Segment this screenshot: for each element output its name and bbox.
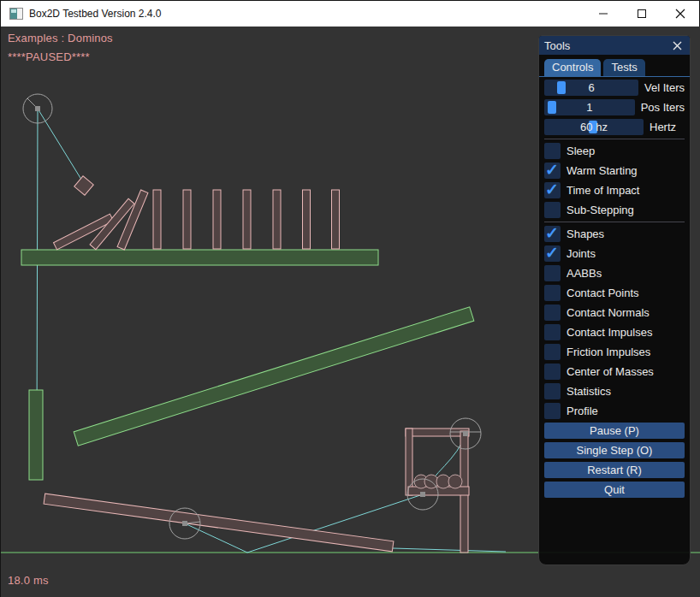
shapes-checkbox[interactable]: ✓ — [544, 226, 561, 242]
standing-domino-2[interactable] — [183, 190, 191, 249]
quit-button[interactable]: Quit — [544, 482, 685, 498]
slider-value: 1 — [544, 99, 635, 115]
checkbox-label: Friction Impulses — [567, 346, 650, 358]
checkbox-label: Joints — [567, 247, 596, 260]
checkbox-list: Sleep✓Warm Starting✓Time of ImpactSub-St… — [544, 143, 685, 419]
ball-4[interactable] — [448, 475, 462, 488]
hertz-slider[interactable]: 60 hz — [544, 119, 644, 135]
separator — [544, 222, 685, 222]
frame-time-label: 18.0 ms — [8, 574, 49, 587]
checkbox-row-shapes: ✓Shapes — [544, 226, 685, 242]
checkbox-label: Sleep — [567, 145, 595, 157]
slider-value: 6 — [544, 80, 638, 96]
checkbox-row-contact-impulses: Contact Impulses — [544, 324, 685, 340]
checkbox-label: Profile — [567, 405, 598, 417]
dominos-platform — [21, 250, 378, 265]
checkbox-row-statistics: Statistics — [544, 383, 685, 399]
close-icon — [675, 9, 685, 19]
checkbox-label: Contact Normals — [567, 306, 650, 319]
standing-domino-4[interactable] — [243, 190, 251, 249]
checkbox-label: Center of Masses — [567, 365, 654, 378]
checkbox-label: Contact Impulses — [567, 326, 652, 339]
checkbox-row-contact-points: Contact Points — [544, 285, 685, 301]
pendulum-bob[interactable] — [74, 176, 94, 196]
joint-anchor-marker — [182, 521, 187, 526]
contact-impulses-checkbox[interactable] — [544, 324, 561, 340]
app-window: Box2D Testbed Version 2.4.0 — [0, 0, 700, 597]
time-of-impact-checkbox[interactable]: ✓ — [544, 182, 561, 198]
seesaw-plank[interactable] — [44, 494, 394, 552]
tab-controls[interactable]: Controls — [544, 59, 601, 76]
slider-row-hertz: 60 hzHertz — [544, 119, 685, 135]
center-of-masses-checkbox[interactable] — [544, 364, 561, 380]
button-group: Pause (P)Single Step (O)Restart (R)Quit — [544, 423, 685, 498]
vel-iters-slider[interactable]: 6 — [544, 80, 638, 96]
aabbs-checkbox[interactable] — [544, 265, 561, 281]
tab-tests[interactable]: Tests — [603, 59, 644, 76]
tools-panel-close-button[interactable] — [670, 38, 685, 53]
frame-left-bar[interactable] — [406, 429, 412, 495]
standing-domino-5[interactable] — [273, 190, 281, 249]
checkbox-label: Shapes — [567, 228, 604, 240]
leaning-domino-3[interactable] — [117, 190, 148, 250]
minimize-button[interactable] — [584, 1, 622, 27]
friction-impulses-checkbox[interactable] — [544, 344, 561, 360]
slider-row-vel-iters: 6Vel Iters — [544, 80, 685, 96]
checkmark-icon: ✓ — [545, 243, 559, 263]
contact-normals-checkbox[interactable] — [544, 304, 561, 321]
standing-domino-7[interactable] — [332, 190, 340, 249]
statistics-checkbox[interactable] — [544, 383, 561, 399]
separator — [544, 139, 685, 139]
joint-anchor-marker — [463, 431, 468, 436]
checkbox-row-sleep: Sleep — [544, 143, 685, 159]
checkbox-row-aabbs: AABBs — [544, 265, 685, 281]
checkmark-icon: ✓ — [545, 223, 559, 243]
standing-domino-1[interactable] — [153, 190, 161, 249]
close-icon — [673, 41, 682, 50]
checkbox-row-contact-normals: Contact Normals — [544, 304, 685, 321]
checkbox-row-sub-stepping: Sub-Stepping — [544, 202, 685, 218]
checkbox-row-friction-impulses: Friction Impulses — [544, 344, 685, 360]
warm-starting-checkbox[interactable]: ✓ — [544, 163, 561, 179]
checkbox-row-warm-starting: ✓Warm Starting — [544, 163, 685, 179]
tools-panel-header[interactable]: Tools — [539, 36, 690, 55]
green-post — [29, 390, 43, 480]
joint-line-ground — [393, 548, 506, 552]
angled-plank — [74, 307, 474, 446]
checkmark-icon: ✓ — [545, 180, 559, 199]
standing-domino-6[interactable] — [303, 190, 311, 249]
joints-checkbox[interactable]: ✓ — [544, 245, 561, 262]
maximize-button[interactable] — [622, 1, 661, 27]
frame-shelf[interactable] — [408, 487, 469, 495]
sub-stepping-checkbox[interactable] — [544, 202, 561, 218]
joint-line-pendulum — [38, 109, 83, 182]
tab-bar: ControlsTests — [539, 55, 690, 77]
window-title: Box2D Testbed Version 2.4.0 — [29, 8, 162, 20]
standing-domino-3[interactable] — [213, 190, 221, 249]
slider-label: Pos Iters — [641, 101, 685, 114]
slider-label: Hertz — [650, 121, 676, 133]
close-button[interactable] — [661, 1, 699, 27]
titlebar: Box2D Testbed Version 2.4.0 — [1, 1, 699, 27]
joint-anchor-marker — [420, 492, 425, 497]
checkbox-label: Sub-Stepping — [567, 204, 634, 216]
slider-value: 60 hz — [544, 119, 644, 135]
checkbox-label: AABBs — [567, 267, 602, 280]
checkbox-row-joints: ✓Joints — [544, 245, 685, 262]
contact-points-checkbox[interactable] — [544, 285, 561, 301]
single-step-o-button[interactable]: Single Step (O) — [544, 442, 685, 458]
sleep-checkbox[interactable] — [544, 143, 561, 159]
checkbox-row-profile: Profile — [544, 403, 685, 419]
joint-anchor-marker — [35, 106, 40, 111]
slider-row-pos-iters: 1Pos Iters — [544, 99, 685, 115]
pause-p-button[interactable]: Pause (P) — [544, 423, 685, 439]
profile-checkbox[interactable] — [544, 403, 561, 419]
example-label: Examples : Dominos — [8, 32, 113, 44]
joint-line-vertical — [37, 109, 38, 433]
slider-label: Vel Iters — [644, 81, 685, 94]
app-icon — [9, 8, 23, 20]
pos-iters-slider[interactable]: 1 — [544, 99, 635, 115]
restart-r-button[interactable]: Restart (R) — [544, 462, 685, 478]
checkmark-icon: ✓ — [545, 160, 559, 180]
checkbox-label: Warm Starting — [567, 164, 638, 177]
